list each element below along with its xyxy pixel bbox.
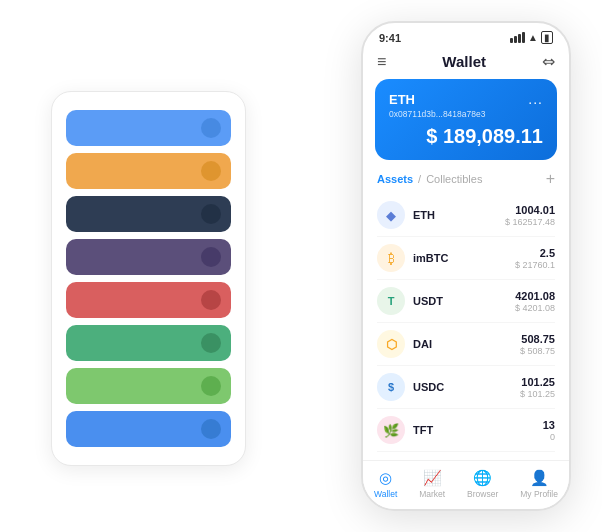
assets-tabs: Assets / Collectibles <box>377 173 482 185</box>
nav-profile[interactable]: 👤 My Profile <box>520 469 558 499</box>
status-icons: ▲ ▮ <box>510 31 553 44</box>
usdc-values: 101.25 $ 101.25 <box>520 376 555 399</box>
market-nav-icon: 📈 <box>423 469 442 487</box>
scene: 9:41 ▲ ▮ ≡ Wallet ⇔ ETH ... <box>11 11 591 521</box>
eth-card-menu[interactable]: ... <box>528 91 543 107</box>
status-bar: 9:41 ▲ ▮ <box>363 23 569 48</box>
profile-nav-icon: 👤 <box>530 469 549 487</box>
row-dot-3 <box>201 204 221 224</box>
usdt-icon: T <box>377 287 405 315</box>
menu-icon[interactable]: ≡ <box>377 53 386 71</box>
dai-name: DAI <box>413 338 520 350</box>
expand-icon[interactable]: ⇔ <box>542 52 555 71</box>
battery-icon: ▮ <box>541 31 553 44</box>
asset-usdt[interactable]: T USDT 4201.08 $ 4201.08 <box>377 280 555 323</box>
profile-nav-label: My Profile <box>520 489 558 499</box>
stack-row-8 <box>66 411 231 447</box>
wifi-icon: ▲ <box>528 32 538 43</box>
browser-nav-icon: 🌐 <box>473 469 492 487</box>
nav-browser[interactable]: 🌐 Browser <box>467 469 498 499</box>
tab-divider: / <box>418 173 421 185</box>
eth-icon: ◆ <box>377 201 405 229</box>
usdc-icon: $ <box>377 373 405 401</box>
eth-values: 1004.01 $ 162517.48 <box>505 204 555 227</box>
status-time: 9:41 <box>379 32 401 44</box>
assets-header: Assets / Collectibles + <box>363 170 569 194</box>
card-stack <box>51 91 246 466</box>
row-dot-8 <box>201 419 221 439</box>
row-dot-7 <box>201 376 221 396</box>
row-dot-5 <box>201 290 221 310</box>
asset-list: ◆ ETH 1004.01 $ 162517.48 ₿ imBTC 2.5 $ … <box>363 194 569 460</box>
imbtc-name: imBTC <box>413 252 515 264</box>
eth-amount: $ 189,089.11 <box>389 125 543 148</box>
dai-icon: ⬡ <box>377 330 405 358</box>
top-nav: ≡ Wallet ⇔ <box>363 48 569 79</box>
bottom-nav: ◎ Wallet 📈 Market 🌐 Browser 👤 My Profile <box>363 460 569 509</box>
tft-icon: 🌿 <box>377 416 405 444</box>
stack-row-1 <box>66 110 231 146</box>
phone: 9:41 ▲ ▮ ≡ Wallet ⇔ ETH ... <box>361 21 571 511</box>
tab-assets[interactable]: Assets <box>377 173 413 185</box>
stack-row-3 <box>66 196 231 232</box>
dai-values: 508.75 $ 508.75 <box>520 333 555 356</box>
usdt-name: USDT <box>413 295 515 307</box>
browser-nav-label: Browser <box>467 489 498 499</box>
stack-row-6 <box>66 325 231 361</box>
row-dot-2 <box>201 161 221 181</box>
nav-market[interactable]: 📈 Market <box>419 469 445 499</box>
eth-address: 0x08711d3b...8418a78e3 <box>389 109 543 119</box>
row-dot-6 <box>201 333 221 353</box>
row-dot-1 <box>201 118 221 138</box>
usdc-name: USDC <box>413 381 520 393</box>
nav-wallet[interactable]: ◎ Wallet <box>374 469 397 499</box>
wallet-nav-icon: ◎ <box>379 469 392 487</box>
wallet-nav-label: Wallet <box>374 489 397 499</box>
stack-row-4 <box>66 239 231 275</box>
row-dot-4 <box>201 247 221 267</box>
imbtc-values: 2.5 $ 21760.1 <box>515 247 555 270</box>
signal-icon <box>510 32 525 43</box>
usdt-values: 4201.08 $ 4201.08 <box>515 290 555 313</box>
stack-row-7 <box>66 368 231 404</box>
asset-tft[interactable]: 🌿 TFT 13 0 <box>377 409 555 452</box>
add-asset-button[interactable]: + <box>546 170 555 188</box>
asset-dai[interactable]: ⬡ DAI 508.75 $ 508.75 <box>377 323 555 366</box>
eth-card-label: ETH <box>389 92 415 107</box>
stack-row-2 <box>66 153 231 189</box>
tab-collectibles[interactable]: Collectibles <box>426 173 482 185</box>
tft-name: TFT <box>413 424 543 436</box>
stack-row-5 <box>66 282 231 318</box>
asset-imbtc[interactable]: ₿ imBTC 2.5 $ 21760.1 <box>377 237 555 280</box>
eth-card[interactable]: ETH ... 0x08711d3b...8418a78e3 $ 189,089… <box>375 79 557 160</box>
imbtc-icon: ₿ <box>377 244 405 272</box>
market-nav-label: Market <box>419 489 445 499</box>
eth-name: ETH <box>413 209 505 221</box>
page-title: Wallet <box>442 53 486 70</box>
asset-eth[interactable]: ◆ ETH 1004.01 $ 162517.48 <box>377 194 555 237</box>
asset-usdc[interactable]: $ USDC 101.25 $ 101.25 <box>377 366 555 409</box>
tft-values: 13 0 <box>543 419 555 442</box>
eth-card-header: ETH ... <box>389 91 543 107</box>
